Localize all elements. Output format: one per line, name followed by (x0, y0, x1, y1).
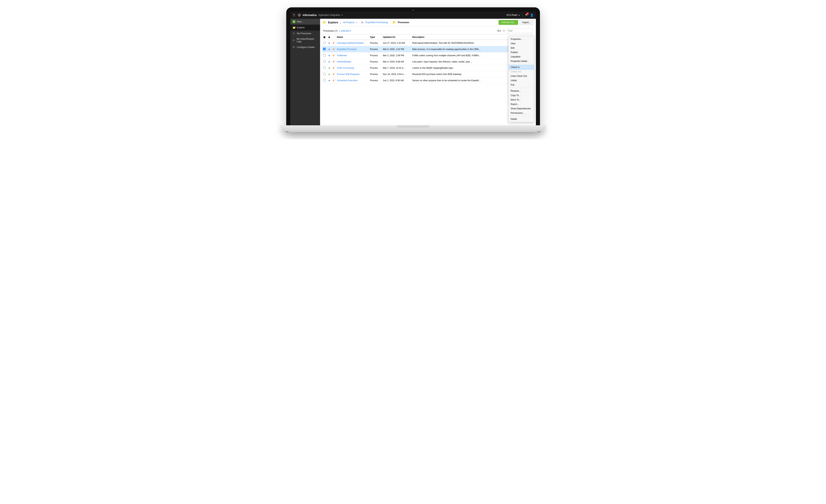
context-menu-item[interactable]: Show Dependencies (509, 106, 534, 111)
sidebar: + New... 📁 Explore ⚙ My Processes 🗎 My I… (290, 19, 320, 125)
column-name[interactable]: Name (336, 36, 369, 39)
column-updated[interactable]: Updated On (382, 36, 411, 39)
row-name-link[interactable]: Process B2B Requests (337, 73, 360, 75)
sidebar-item-import-export-logs[interactable]: 🗎 My Import/Export Logs (290, 36, 320, 44)
status-icon: ◈ (328, 60, 330, 63)
sort-icon[interactable]: ⇅▾ (497, 29, 501, 33)
context-menu-item[interactable]: Move To... (509, 98, 534, 102)
row-name-link[interactable]: Expedited Purchase (337, 48, 357, 51)
row-checkbox[interactable] (323, 60, 326, 63)
row-checkbox[interactable] (323, 42, 326, 44)
hamburger-icon[interactable]: ☰ (293, 13, 295, 17)
row-checkbox[interactable] (323, 66, 326, 69)
context-menu-item[interactable]: View (509, 41, 534, 46)
folder-icon: 📁 (392, 20, 396, 24)
context-menu-item[interactable]: Rename... (509, 89, 534, 93)
context-menu-item[interactable]: Check In (509, 65, 533, 69)
table-row[interactable]: ◈✿GetPartDetailsProcessMar 4, 2020, 8:58… (322, 59, 534, 65)
row-type: Process (369, 48, 382, 51)
process-icon: ✿ (333, 66, 335, 69)
row-checkbox[interactable] (323, 48, 326, 50)
select-all-checkbox[interactable]: ▣ (322, 36, 327, 39)
chevron-down-icon: ▾ (519, 14, 520, 16)
context-menu-separator (509, 64, 534, 64)
notification-badge: 9 (526, 12, 529, 15)
row-updated: Jun 27, 2019, 1:02 AM (382, 42, 411, 44)
laptop-base (280, 125, 546, 132)
row-type: Process (369, 54, 382, 57)
row-name-link[interactable]: Scheduled Execution (337, 79, 358, 82)
process-icon: ✿ (333, 60, 335, 63)
table-row[interactable]: ◈✿Scheduled ExecutionProcessJun 2, 2020,… (322, 77, 534, 83)
row-checkbox[interactable] (323, 79, 326, 81)
table-row[interactable]: ◈✿Process B2B RequestsProcessNov 19, 201… (322, 71, 534, 77)
process-icon: ✿ (333, 42, 335, 44)
context-menu-item[interactable]: Export... (509, 102, 534, 106)
status-icon: ◈ (328, 79, 330, 82)
camera-dot (412, 9, 414, 11)
context-menu-item[interactable]: Undo Check Out (509, 74, 534, 78)
context-menu-item[interactable]: Properties... (509, 37, 534, 41)
row-updated: Jun 2, 2020, 8:58 AM (382, 79, 411, 82)
app-body: + New... 📁 Explore ⚙ My Processes 🗎 My I… (290, 19, 536, 125)
context-menu-item[interactable]: Permissions... (509, 111, 534, 115)
row-updated: Nov 19, 2018, 5:54 A... (382, 73, 411, 75)
context-menu-item[interactable]: Properties Detail... (509, 59, 534, 63)
row-checkbox[interactable] (323, 54, 326, 56)
plus-icon: + (293, 20, 295, 23)
sidebar-item-explore[interactable]: 📁 Explore (290, 24, 320, 30)
divider (522, 13, 523, 17)
column-description[interactable]: Description (411, 36, 516, 39)
table-row[interactable]: ◈✿AutoApprovalDeterminationProcessJun 27… (322, 40, 534, 46)
row-type: Process (369, 42, 382, 44)
product-name[interactable]: Application Integration ▾ (318, 14, 343, 16)
notifications-icon[interactable]: ⚑ 9 (525, 13, 527, 17)
row-name-link[interactable]: AutoApprovalDetermination (337, 42, 364, 44)
user-icon[interactable]: 👤 (530, 13, 534, 17)
process-icon: ✿ (333, 73, 335, 75)
table-row[interactable]: ◈✿Order ProcessingProcessMar 7, 2019, 10… (322, 65, 534, 71)
context-menu-item[interactable]: Unpublish (509, 55, 534, 59)
context-menu-item[interactable]: Edit (509, 46, 534, 50)
column-type[interactable]: Type (369, 36, 382, 39)
context-menu-item: Check Out (509, 69, 534, 74)
sidebar-item-label: New... (297, 20, 303, 23)
context-menu-item[interactable]: Copy To... (509, 93, 534, 98)
breadcrumb-root[interactable]: Explore ⌄ (328, 21, 341, 24)
row-name-link[interactable]: Order Processing (337, 67, 354, 69)
column-status[interactable]: ◆ (327, 36, 332, 39)
process-icon: ✿ (333, 48, 335, 51)
row-name-link[interactable]: GetPartDetails (337, 60, 351, 63)
row-checkbox[interactable] (323, 73, 326, 75)
folder-icon: 📁 (322, 20, 326, 24)
main-panel: 📁 Explore ⌄ All Projects ▾ › 🗀 Expedited… (320, 19, 536, 125)
content-area: Processes (7) 1 selected ▾ ⇅▾ ▽ (320, 26, 536, 125)
selected-count[interactable]: 1 selected ▾ (339, 29, 351, 32)
find-input[interactable] (507, 29, 533, 33)
row-name-link[interactable]: Fulfillment (337, 54, 347, 57)
context-menu-item[interactable]: Pull (509, 83, 534, 87)
account-selector[interactable]: IICS iPaaS ▾ (507, 14, 520, 16)
table-row[interactable]: ◈✿FulfillmentProcessMar 3, 2020, 2:06 PM… (322, 52, 534, 59)
row-description: Fulfills orders coming from multiple cha… (411, 54, 516, 57)
sidebar-item-configure-guides[interactable]: 🛠 Configure Guides (290, 44, 320, 50)
status-icon: ◈ (328, 48, 330, 51)
context-menu-item[interactable]: Unlink (509, 78, 534, 83)
context-menu-item[interactable]: Publish (509, 50, 534, 55)
screen-bezel: ☰ Informatica Application Integration ▾ … (286, 7, 540, 132)
sidebar-item-new[interactable]: + New... (290, 19, 320, 24)
filter-icon[interactable]: ▽ (503, 29, 505, 33)
pull-from-git-button[interactable]: Pull from Git... (498, 20, 518, 25)
breadcrumb-dropdown-label: All Projects (343, 21, 355, 24)
context-menu-item[interactable]: Delete (509, 117, 534, 121)
import-button[interactable]: Import... (520, 20, 533, 25)
breadcrumb-folder-1[interactable]: Expedited Purchasing (365, 21, 388, 24)
breadcrumb-dropdown[interactable]: All Projects ▾ (343, 21, 357, 24)
wrench-icon: 🛠 (293, 46, 295, 49)
table-row[interactable]: ◈✿Expedited PurchaseProcessMar 6, 2020, … (322, 46, 534, 52)
context-menu-separator (509, 116, 534, 116)
status-icon: ◈ (328, 54, 330, 57)
topbar-right: IICS iPaaS ▾ ⚑ 9 👤 (507, 13, 533, 17)
chevron-down-icon: ⌄ (340, 22, 341, 24)
sidebar-item-my-processes[interactable]: ⚙ My Processes (290, 30, 320, 36)
